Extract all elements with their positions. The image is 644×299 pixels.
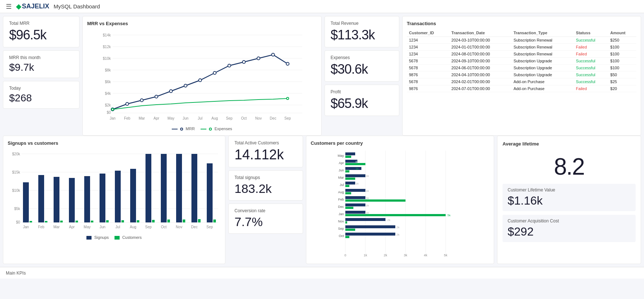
svg-text:$5k: $5k (14, 207, 20, 211)
kpi-column: Total MRR $96.5k MRR this month $9.7k To… (3, 16, 79, 136)
svg-rect-114 (345, 182, 355, 185)
svg-text:Apr: Apr (154, 116, 159, 120)
svg-rect-111 (345, 174, 365, 177)
svg-rect-67 (152, 220, 155, 222)
cell-amount: $50 (608, 71, 636, 78)
svg-text:Oct: Oct (161, 225, 167, 229)
svg-text:3k: 3k (404, 253, 407, 257)
bar-signups-feb (38, 175, 44, 222)
svg-text:Aug: Aug (338, 190, 344, 194)
expenses-label: Expenses (331, 55, 393, 60)
cell-date: 2024-07-01T00:00:00 (449, 85, 511, 92)
cell-date: 2024-06-01T00:00:00 (449, 65, 511, 71)
svg-text:Nov: Nov (255, 116, 262, 120)
cell-amount: $100 (608, 44, 636, 51)
svg-text:1k: 1k (366, 197, 369, 200)
svg-point-22 (199, 79, 202, 82)
svg-text:1k: 1k (366, 174, 369, 178)
cell-status: Successful (574, 65, 608, 71)
svg-text:Jun: Jun (338, 168, 344, 172)
svg-rect-74 (207, 163, 213, 222)
svg-text:Jul: Jul (340, 183, 344, 187)
table-row: 5678 2024-06-01T00:00:00 Subscription Up… (407, 65, 637, 71)
svg-rect-131 (345, 221, 347, 224)
country-chart-card: Customers per country 0 1k 2k 3k 4k 5k M… (306, 136, 494, 264)
svg-text:May: May (84, 225, 91, 229)
svg-rect-65 (137, 220, 139, 222)
cell-date: 2024-08-01T00:00:00 (449, 51, 511, 58)
svg-point-30 (287, 97, 289, 100)
svg-text:Jul: Jul (198, 116, 202, 120)
svg-text:600: 600 (356, 160, 361, 163)
svg-text:2k: 2k (396, 233, 400, 236)
footer-tab-label: Main KPIs (6, 271, 26, 276)
cell-amount: $100 (608, 65, 636, 71)
svg-text:Jan: Jan (338, 212, 344, 216)
svg-rect-57 (75, 221, 78, 222)
svg-point-26 (257, 57, 260, 60)
svg-text:$20k: $20k (12, 152, 20, 156)
table-row: 1234 2024-01-01T00:00:00 Subscription Re… (407, 44, 637, 51)
clv-value: $1.16k (508, 194, 631, 207)
svg-text:$10k: $10k (103, 57, 111, 61)
menu-icon[interactable]: ☰ (6, 3, 12, 11)
svg-rect-117 (345, 189, 365, 192)
total-revenue-card: Total Revenue $113.3k (325, 16, 399, 47)
svg-text:5k: 5k (447, 214, 451, 217)
cell-date: 2024-04-10T00:00:00 (449, 71, 511, 78)
footer-tab[interactable]: Main KPIs (0, 267, 644, 279)
signups-chart-title: Signups vs customers (8, 140, 221, 146)
table-row: 9876 2024-07-01T00:00:00 Add-on Purchase… (407, 85, 637, 92)
profit-label: Profit (331, 89, 393, 94)
svg-text:2k: 2k (384, 253, 387, 257)
cell-customer-id: 5678 (407, 65, 449, 71)
svg-text:Mar: Mar (338, 176, 344, 179)
svg-text:Apr: Apr (69, 225, 75, 229)
mrr-month-label: MRR this month (9, 55, 73, 60)
svg-text:Apr: Apr (339, 161, 344, 165)
cell-customer-id: 1234 (407, 51, 449, 58)
svg-point-20 (170, 90, 172, 93)
cell-type: Subscription Renewal (511, 37, 574, 44)
svg-rect-70 (176, 154, 182, 222)
profit-card: Profit $65.9k (325, 85, 399, 116)
cell-status: Failed (574, 51, 608, 58)
signups-chart: $20k $15k $10k $5k $0 (8, 149, 221, 233)
cell-status: Successful (574, 37, 608, 44)
svg-text:1k: 1k (356, 167, 359, 170)
col-transaction-date: Transaction_Date (449, 29, 511, 37)
table-row: 5678 2024-09-10T00:00:00 Subscription Up… (407, 58, 637, 65)
svg-text:Oct: Oct (339, 234, 344, 238)
svg-text:1k: 1k (366, 189, 369, 193)
cell-customer-id: 1234 (407, 44, 449, 51)
cell-customer-id: 5678 (407, 78, 449, 85)
svg-point-28 (286, 62, 289, 65)
total-signups-value: 183.2k (234, 182, 297, 196)
svg-text:Dec: Dec (338, 205, 344, 209)
mrr-chart: $14k $12k $10k $8k $6k $4k $2k $0 (87, 29, 317, 124)
svg-text:Aug: Aug (130, 225, 136, 229)
svg-rect-124 (345, 207, 353, 209)
mrr-chart-title: MRR vs Expenses (87, 21, 317, 26)
svg-rect-64 (130, 169, 136, 222)
svg-rect-108 (345, 167, 361, 170)
cell-amount: $25 (608, 78, 636, 85)
svg-text:5k: 5k (444, 253, 447, 257)
svg-text:Jul: Jul (116, 225, 120, 229)
table-row: 1234 2024-08-01T00:00:00 Subscription Re… (407, 51, 637, 58)
svg-rect-109 (345, 170, 349, 172)
svg-text:Jan: Jan (110, 116, 116, 120)
svg-point-18 (140, 99, 143, 102)
svg-text:800: 800 (364, 167, 369, 170)
profit-value: $65.9k (331, 96, 393, 111)
svg-text:$14k: $14k (103, 33, 111, 37)
cell-status: Successful (574, 78, 608, 85)
svg-text:May: May (167, 116, 174, 120)
average-lifetime-title: Average lifetime (503, 141, 636, 147)
today-label: Today (9, 86, 73, 91)
svg-text:Feb: Feb (338, 198, 344, 201)
total-mrr-label: Total MRR (9, 21, 73, 26)
mrr-chart-legend: MRR Expenses (87, 127, 317, 131)
conversion-rate-label: Conversion rate (234, 208, 297, 213)
svg-text:$4k: $4k (105, 92, 111, 96)
